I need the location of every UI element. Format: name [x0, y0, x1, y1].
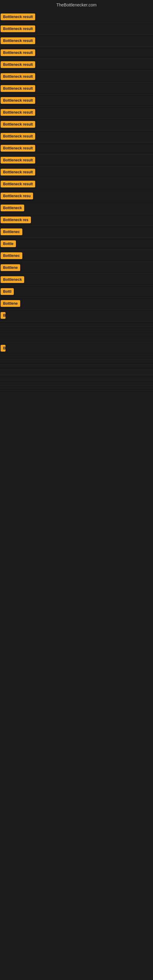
list-item: Bottlenec — [0, 226, 153, 238]
list-item: Bottleneck result — [0, 178, 153, 190]
bottleneck-result-badge[interactable]: Bottlenec — [1, 229, 22, 235]
list-item — [0, 360, 153, 365]
bottleneck-result-badge[interactable]: Bottleneck — [1, 276, 24, 283]
list-item — [0, 321, 153, 327]
bottleneck-result-badge[interactable]: Bottleneck result — [1, 73, 35, 80]
list-item: Bottleneck result — [0, 35, 153, 47]
bottleneck-result-badge[interactable]: Bottleneck result — [1, 181, 35, 188]
list-item: B — [0, 342, 153, 354]
bottleneck-result-badge[interactable]: Bottlene — [1, 300, 20, 307]
bottleneck-result-badge[interactable]: Bottleneck result — [1, 49, 35, 56]
list-item — [0, 385, 153, 391]
bottleneck-result-badge[interactable]: Bottleneck result — [1, 97, 35, 104]
list-item: Bottleneck result — [0, 130, 153, 142]
bottleneck-result-badge[interactable]: Bottleneck result — [1, 37, 35, 44]
bottleneck-result-badge[interactable]: Bottleneck res — [1, 216, 31, 223]
list-item: Bottleneck result — [0, 95, 153, 107]
list-item: Bottlene — [0, 262, 153, 274]
list-item: Bottleneck result — [0, 154, 153, 166]
bottleneck-result-badge[interactable]: B — [1, 312, 5, 319]
bottleneck-result-badge[interactable]: Bottle — [1, 240, 16, 247]
bottleneck-result-badge[interactable]: Bottleneck result — [1, 157, 35, 164]
list-item — [0, 380, 153, 385]
bottleneck-result-badge[interactable]: Bottleneck result — [1, 145, 35, 151]
bottleneck-result-badge[interactable]: Bottleneck result — [1, 133, 35, 140]
list-item: Bottleneck result — [0, 11, 153, 23]
list-item: Bottl — [0, 286, 153, 298]
list-item: Bottleneck result — [0, 59, 153, 71]
list-item: Bottleneck result — [0, 107, 153, 119]
bottleneck-result-badge[interactable]: Bottlenec — [1, 252, 22, 259]
site-header: TheBottlenecker.com — [0, 0, 153, 11]
list-item — [0, 370, 153, 375]
list-item — [0, 337, 153, 342]
bottleneck-result-badge[interactable]: Bottleneck result — [1, 121, 35, 128]
bottleneck-result-badge[interactable]: Bottleneck result — [1, 109, 35, 116]
list-item: Bottleneck res — [0, 214, 153, 226]
list-item: Bottleneck result — [0, 71, 153, 83]
list-item: Bottlenec — [0, 250, 153, 262]
bottleneck-result-badge[interactable]: B — [1, 345, 5, 352]
bottleneck-result-badge[interactable]: Bottl — [1, 288, 14, 295]
list-item: Bottle — [0, 238, 153, 250]
list-item: Bottleneck result — [0, 166, 153, 178]
bottleneck-result-badge[interactable]: Bottleneck resu — [1, 192, 33, 199]
list-item: Bottleneck resu — [0, 190, 153, 202]
bottleneck-result-badge[interactable]: Bottleneck — [1, 205, 24, 211]
list-item: Bottleneck result — [0, 142, 153, 154]
list-item — [0, 327, 153, 332]
bottleneck-result-badge[interactable]: Bottleneck result — [1, 169, 35, 175]
list-item — [0, 365, 153, 370]
list-item: Bottleneck result — [0, 83, 153, 95]
list-item: Bottleneck — [0, 274, 153, 286]
list-item — [0, 375, 153, 380]
bottleneck-result-badge[interactable]: Bottleneck result — [1, 25, 35, 32]
list-item: Bottleneck — [0, 202, 153, 214]
list-item: Bottleneck result — [0, 119, 153, 130]
list-item: Bottleneck result — [0, 47, 153, 59]
list-item: Bottleneck result — [0, 23, 153, 35]
bottleneck-result-badge[interactable]: Bottleneck result — [1, 85, 35, 92]
list-item — [0, 332, 153, 337]
bottleneck-result-badge[interactable]: Bottlene — [1, 264, 20, 271]
bottleneck-result-badge[interactable]: Bottleneck result — [1, 13, 35, 20]
list-item: B — [0, 310, 153, 321]
site-title: TheBottlenecker.com — [56, 2, 97, 7]
list-item: Bottlene — [0, 298, 153, 310]
bottleneck-result-badge[interactable]: Bottleneck result — [1, 61, 35, 68]
list-item — [0, 354, 153, 360]
